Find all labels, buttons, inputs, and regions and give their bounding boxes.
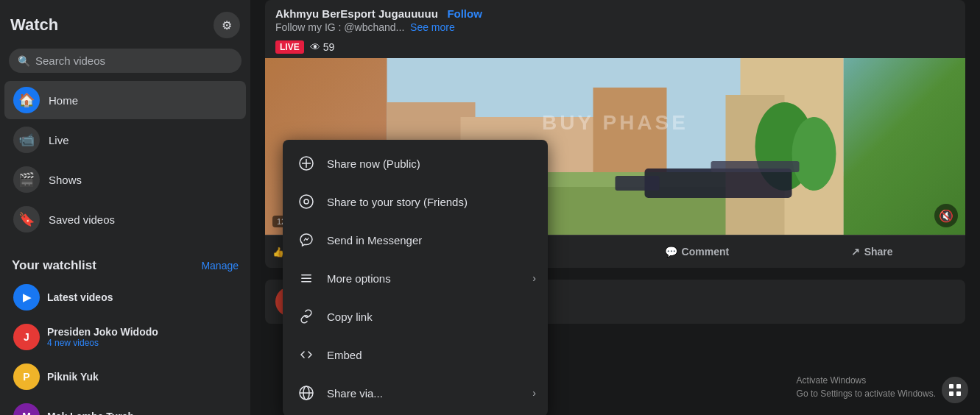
piknik-label: Piknik Yuk [47, 371, 99, 383]
sidebar-item-live[interactable]: 📹 Live [4, 121, 246, 159]
list-item-latest[interactable]: ▶ Latest videos [4, 278, 246, 316]
eye-icon: 👁 [310, 41, 320, 53]
channel-name-text: Akhmyu BerEsport Jugauuuuu [275, 7, 438, 20]
menu-item-copy-link[interactable]: Copy link [283, 297, 548, 336]
menu-label-share-story: Share to your story (Friends) [327, 196, 468, 208]
share-via-icon [295, 381, 318, 405]
mute-button[interactable]: 🔇 [934, 204, 958, 227]
sidebar-item-saved[interactable]: 🔖 Saved videos [4, 200, 246, 238]
lambe-avatar: M [13, 403, 40, 415]
menu-label-share-via: Share via... [327, 387, 383, 400]
latest-avatar: ▶ [13, 284, 40, 311]
svg-rect-11 [616, 176, 660, 191]
shows-icon: 🎬 [13, 166, 40, 193]
joko-label: Presiden Joko Widodo [47, 326, 158, 338]
sidebar-item-home-label: Home [49, 94, 78, 107]
see-more-link[interactable]: See more [410, 21, 455, 33]
sidebar-header: Watch ⚙ [0, 0, 250, 44]
live-bar: LIVE 👁 59 [265, 38, 965, 58]
svg-rect-16 [301, 274, 311, 276]
sidebar-item-shows[interactable]: 🎬 Shows [4, 160, 246, 199]
list-item-piknik[interactable]: P Piknik Yuk [4, 358, 246, 396]
menu-label-embed: Embed [327, 349, 362, 361]
more-options-icon [295, 266, 318, 290]
svg-rect-12 [711, 161, 800, 172]
menu-label-more-options: More options [327, 272, 391, 285]
sidebar-item-live-label: Live [49, 134, 69, 146]
main-content: Akhmyu BerEsport Jugauuuuu Follow Follow… [250, 0, 980, 415]
manage-button[interactable]: Manage [201, 260, 239, 272]
list-item-joko[interactable]: J Presiden Joko Widodo 4 new videos [4, 318, 246, 356]
piknik-info: Piknik Yuk [47, 371, 99, 383]
settings-button[interactable]: ⚙ [214, 12, 240, 38]
svg-rect-17 [301, 278, 311, 280]
menu-label-share-public: Share now (Public) [327, 157, 420, 170]
svg-point-14 [300, 195, 313, 208]
latest-label: Latest videos [47, 291, 113, 303]
svg-rect-10 [645, 169, 792, 198]
messenger-icon [295, 228, 318, 252]
svg-rect-18 [301, 281, 311, 283]
live-icon: 📹 [13, 127, 40, 153]
saved-icon: 🔖 [13, 206, 40, 233]
svg-rect-23 [956, 384, 961, 389]
menu-item-share-public[interactable]: Share now (Public) [283, 144, 548, 182]
menu-item-more-options[interactable]: More options › [283, 259, 548, 297]
more-options-arrow: › [532, 272, 536, 284]
joko-sub: 4 new videos [47, 338, 158, 348]
gear-icon: ⚙ [222, 18, 232, 32]
share-story-icon [295, 190, 318, 213]
menu-label-copy-link: Copy link [327, 311, 373, 323]
svg-rect-24 [949, 391, 953, 396]
lambe-info: Mak Lambe Turah [47, 411, 134, 415]
sidebar-item-saved-label: Saved videos [49, 213, 115, 226]
share-public-icon [295, 152, 318, 175]
search-input[interactable] [9, 49, 242, 73]
sidebar-item-home[interactable]: 🏠 Home [4, 81, 246, 119]
channel-name-row: Akhmyu BerEsport Jugauuuuu Follow [275, 7, 955, 20]
menu-label-messenger: Send in Messenger [327, 234, 422, 246]
latest-info: Latest videos [47, 291, 113, 303]
context-menu: Share now (Public) Share to your story (… [283, 140, 548, 415]
game-text: BUY PHASE [542, 111, 688, 135]
list-item-lambe[interactable]: M Mak Lambe Turah [4, 397, 246, 415]
search-wrapper: 🔍 [9, 49, 242, 73]
svg-point-9 [792, 117, 836, 191]
lambe-label: Mak Lambe Turah [47, 411, 134, 415]
comment-button[interactable]: 💬 Comment [611, 240, 783, 263]
svg-rect-22 [949, 384, 953, 389]
embed-icon [295, 343, 318, 366]
svg-rect-25 [956, 391, 961, 396]
mute-icon: 🔇 [939, 209, 953, 223]
share-via-arrow: › [532, 387, 536, 399]
share-button[interactable]: ↗ Share [786, 240, 958, 263]
joko-info: Presiden Joko Widodo 4 new videos [47, 326, 158, 348]
joko-avatar: J [13, 324, 40, 350]
svg-point-15 [304, 199, 309, 204]
sidebar-title: Watch [10, 15, 58, 35]
copy-link-icon [295, 305, 318, 328]
menu-item-share-story[interactable]: Share to your story (Friends) [283, 182, 548, 221]
sidebar: Watch ⚙ 🔍 🏠 Home 📹 Live 🎬 Shows 🔖 Saved … [0, 0, 250, 415]
piknik-avatar: P [13, 363, 40, 390]
home-icon: 🏠 [13, 87, 40, 113]
viewer-count: 👁 59 [310, 41, 335, 53]
menu-item-embed[interactable]: Embed [283, 336, 548, 374]
menu-item-messenger[interactable]: Send in Messenger [283, 221, 548, 259]
share-icon: ↗ [851, 246, 860, 258]
live-badge: LIVE [275, 40, 304, 54]
follow-button-inline[interactable]: Follow [447, 7, 482, 20]
watchlist-header: Your watchlist Manage [0, 254, 250, 277]
video-top-bar: Akhmyu BerEsport Jugauuuuu Follow Follow… [265, 0, 965, 38]
comment-icon: 💬 [665, 246, 677, 258]
windows-settings-button[interactable] [942, 377, 968, 403]
watchlist-title: Your watchlist [12, 258, 96, 273]
video-description: Follow my IG : @wbchand... See more [275, 21, 955, 33]
menu-item-share-via[interactable]: Share via... › [283, 374, 548, 412]
sidebar-item-shows-label: Shows [49, 174, 82, 186]
